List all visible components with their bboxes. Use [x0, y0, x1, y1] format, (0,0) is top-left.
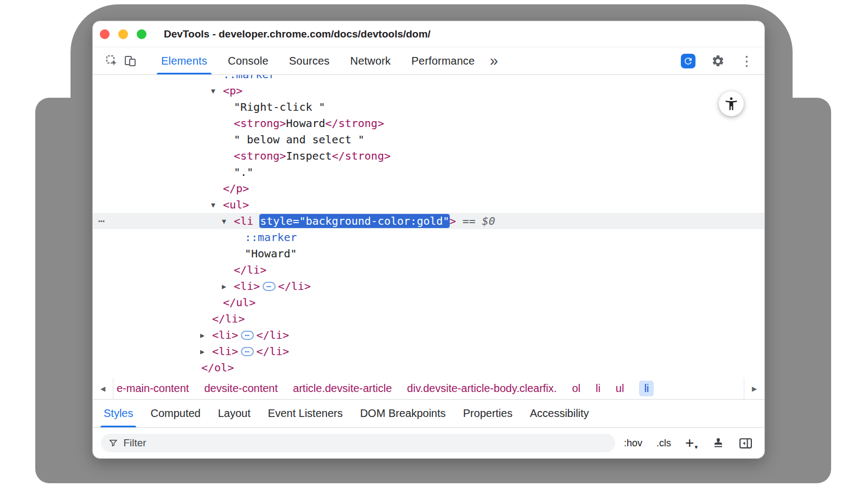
dom-tree-row[interactable]: ::marker — [93, 229, 764, 245]
dom-tree-row[interactable]: ▼<ul> — [93, 197, 764, 213]
dom-token-text: Howard — [286, 117, 325, 130]
chevron-down-icon: ▾ — [694, 444, 698, 450]
breadcrumb-item[interactable]: e-main-content — [117, 382, 189, 395]
breadcrumb-item[interactable]: article.devsite-article — [293, 382, 392, 395]
dom-tree-row[interactable]: </ol> — [93, 359, 764, 376]
accessibility-person-icon — [724, 96, 739, 111]
disclosure-down-icon[interactable]: ▼ — [211, 197, 223, 213]
styles-filter-bar: :hov .cls + ▾ — [93, 428, 764, 458]
filter-funnel-icon — [108, 438, 118, 448]
more-tabs-button[interactable]: » — [490, 54, 498, 68]
devtools-window: DevTools - developer.chrome.com/docs/dev… — [92, 21, 765, 459]
dom-tree-row[interactable]: "Right-click " — [93, 99, 764, 115]
dom-tree-row[interactable]: </p> — [93, 180, 764, 197]
sidebar-tab-styles[interactable]: Styles — [95, 400, 142, 427]
breadcrumb-item[interactable]: ul — [616, 382, 624, 395]
dom-token-tag: </p> — [223, 182, 249, 195]
elements-panel: ::marker▼<p>"Right-click "<strong>Howard… — [93, 75, 764, 378]
dom-tree: ::marker▼<p>"Right-click "<strong>Howard… — [93, 75, 764, 376]
dom-tree-row[interactable]: </li> — [93, 262, 764, 278]
dom-token-tag: > — [449, 214, 456, 227]
sidebar-tabs: StylesComputedLayoutEvent ListenersDOM B… — [93, 400, 764, 428]
breadcrumb-item[interactable]: li — [596, 382, 601, 395]
new-style-rule-button[interactable]: + ▾ — [685, 435, 698, 451]
disclosure-right-icon[interactable]: ▶ — [222, 279, 234, 295]
dom-token-text: Inspect — [286, 149, 331, 162]
dom-token-pseudo: ::marker — [223, 75, 275, 81]
class-toggle-button[interactable]: .cls — [656, 438, 671, 449]
dom-token-tag: </li> — [212, 312, 245, 325]
breadcrumb: ◀ e-main-contentdevsite-contentarticle.d… — [93, 378, 764, 400]
collapsed-content-button[interactable]: ⋯ — [241, 331, 253, 340]
breadcrumb-scroll-left-icon[interactable]: ◀ — [93, 378, 113, 399]
toolbar-right-icons: ⋮ — [681, 52, 754, 70]
dom-token-pseudo: ::marker — [245, 231, 297, 244]
menu-dots-icon[interactable]: ⋮ — [740, 54, 754, 68]
tab-elements[interactable]: Elements — [152, 47, 216, 74]
dom-tree-row[interactable]: ⋯▼<li style="background-color:gold"> == … — [93, 213, 764, 229]
breadcrumb-scroll-right-icon[interactable]: ▶ — [744, 378, 764, 399]
disclosure-right-icon[interactable]: ▶ — [200, 327, 212, 344]
accessibility-button[interactable] — [719, 91, 744, 116]
dom-tree-row[interactable]: ::marker — [93, 75, 764, 83]
dom-tree-row[interactable]: ▼<p> — [93, 83, 764, 99]
dom-tree-row[interactable]: " below and select " — [93, 131, 764, 148]
element-state-button[interactable]: :hov — [624, 438, 642, 449]
dom-tree-row[interactable]: ▶<li>⋯</li> — [93, 278, 764, 294]
collapsed-content-button[interactable]: ⋯ — [241, 347, 253, 356]
sidebar-tab-layout[interactable]: Layout — [209, 400, 259, 427]
dom-tree-row[interactable]: "Howard" — [93, 245, 764, 262]
filter-input[interactable] — [123, 437, 608, 449]
dom-tree-row[interactable]: "." — [93, 164, 764, 180]
selected-attribute[interactable]: style="background-color:gold" — [260, 214, 449, 227]
sidebar-tab-accessibility[interactable]: Accessibility — [521, 400, 598, 427]
sidebar-tab-dom-breakpoints[interactable]: DOM Breakpoints — [352, 400, 455, 427]
styles-toolbar-right: :hov .cls + ▾ — [624, 435, 752, 451]
dom-tree-row[interactable]: </li> — [93, 311, 764, 327]
disclosure-down-icon[interactable]: ▼ — [222, 213, 234, 230]
disclosure-down-icon[interactable]: ▼ — [211, 83, 223, 99]
dom-tree-row[interactable]: <strong>Howard</strong> — [93, 115, 764, 131]
device-toolbar-icon[interactable] — [121, 52, 139, 70]
dom-token-eq: == — [462, 214, 475, 227]
dom-tree-row[interactable]: ▶<li>⋯</li> — [93, 343, 764, 359]
dom-token-text: "Right-click " — [234, 100, 326, 113]
filter-field[interactable] — [101, 434, 615, 452]
tab-performance[interactable]: Performance — [403, 47, 483, 74]
titlebar: DevTools - developer.chrome.com/docs/dev… — [93, 21, 764, 47]
dom-token-text: "." — [234, 166, 253, 179]
sidebar-tab-computed[interactable]: Computed — [142, 400, 209, 427]
dom-token-tag: </ol> — [201, 361, 234, 374]
disclosure-right-icon[interactable]: ▶ — [200, 344, 212, 360]
collapsed-content-button[interactable]: ⋯ — [263, 282, 275, 291]
refresh-icon[interactable] — [681, 54, 695, 68]
breadcrumb-item[interactable]: ol — [572, 382, 580, 395]
tab-network[interactable]: Network — [342, 47, 400, 74]
tab-sources[interactable]: Sources — [280, 47, 339, 74]
dom-tree-row[interactable]: ▶<li>⋯</li> — [93, 327, 764, 343]
zoom-button[interactable] — [137, 29, 146, 39]
dom-token-tag: <li> — [234, 280, 260, 293]
settings-gear-icon[interactable] — [709, 52, 727, 70]
panel-tabs: ElementsConsoleSourcesNetworkPerformance — [152, 47, 483, 74]
minimize-button[interactable] — [118, 29, 128, 39]
main-toolbar: ElementsConsoleSourcesNetworkPerformance… — [93, 47, 764, 75]
dom-token-tag: <li> — [212, 345, 238, 358]
breadcrumb-item[interactable]: div.devsite-article-body.clearfix. — [407, 382, 557, 395]
tab-console[interactable]: Console — [219, 47, 277, 74]
sidebar-tab-event-listeners[interactable]: Event Listeners — [259, 400, 352, 427]
breadcrumb-item[interactable]: li — [639, 381, 654, 396]
row-actions-icon[interactable]: ⋯ — [98, 213, 105, 229]
inspect-icon[interactable] — [103, 52, 121, 70]
window-title: DevTools - developer.chrome.com/docs/dev… — [164, 28, 431, 40]
breadcrumb-item[interactable]: devsite-content — [204, 382, 278, 395]
dom-token-plain — [456, 214, 462, 227]
dom-tree-row[interactable]: <strong>Inspect</strong> — [93, 148, 764, 164]
close-button[interactable] — [100, 29, 110, 39]
dom-tree-row[interactable]: </ul> — [93, 294, 764, 311]
dom-token-tag: </li> — [278, 280, 311, 293]
sidebar-tab-properties[interactable]: Properties — [455, 400, 521, 427]
stamp-icon[interactable] — [712, 437, 725, 450]
toggle-sidebar-icon[interactable] — [739, 438, 752, 449]
dom-token-tag: <li — [234, 214, 260, 227]
